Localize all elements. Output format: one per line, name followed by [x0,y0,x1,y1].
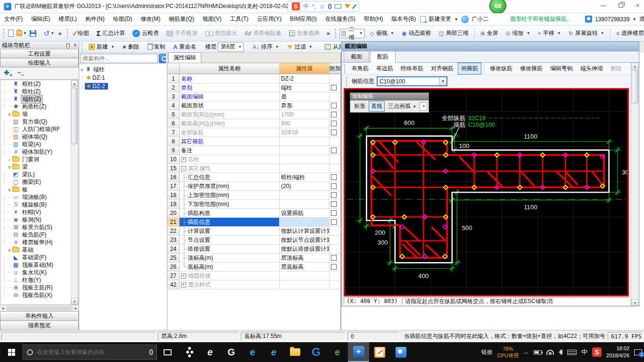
tree-horizontal-scrollbar[interactable]: ◄► [0,305,79,311]
align-slab-button[interactable]: 平齐板顶 [163,28,201,39]
temperature-float-badge[interactable]: 68 [489,0,506,14]
property-value-cell[interactable] [280,155,330,164]
attach-cell[interactable] [330,191,340,199]
property-value-cell[interactable]: 是 [280,92,330,101]
property-row-9[interactable]: 9备注 [167,146,340,155]
taskbar-app-edge[interactable]: e [242,342,263,362]
assistant-button[interactable]: 广小二 [471,15,488,23]
batch-button[interactable]: 批量选择 [286,28,323,39]
property-value-cell[interactable] [280,200,330,208]
new-file-button[interactable] [8,28,14,39]
menu-item-8[interactable]: 工具(T) [226,13,253,25]
dropdown-icon[interactable]: ▼ [422,104,427,108]
cpu-usage-widget[interactable]: 78%CPU使用 [497,346,519,359]
component-item-DZ-2[interactable]: ┊✱DZ-2 [79,82,167,90]
sidebar-item-板负筋F[interactable]: ┊┈⊟板负筋(F) [1,231,78,239]
property-value-cell[interactable]: 层顶标高 [280,254,330,262]
orbit-button[interactable]: ◉动态观察 [398,28,434,39]
start-button[interactable] [0,342,23,362]
property-name-cell[interactable]: 计算设置 [180,227,280,235]
sogou-icon[interactable]: S [292,2,300,10]
property-name-cell[interactable]: 保护层厚度(mm) [180,182,280,190]
property-row-26[interactable]: 26底标高(m)层底标高 [167,263,340,272]
tab-property-edit[interactable]: 属性编辑 [168,52,201,63]
view-mode-combobox[interactable]: 二维 ▼ [339,29,365,38]
property-name-cell[interactable]: 插筋信息 [180,218,280,226]
attach-cell[interactable] [330,227,340,235]
property-row-15[interactable]: 15-其它属性 [167,164,340,173]
rebar-info-combobox[interactable]: C10@100 ▼ [377,76,447,86]
taskbar-app-spiral[interactable]: G [221,342,242,362]
report-preview-button[interactable]: 报表预览 [0,321,79,330]
section-editor-titlebar[interactable]: 截面编辑 [342,42,639,51]
sidebar-item-剪力墙Q[interactable]: ┊┈▨剪力墙(Q) [1,118,78,125]
attach-checkbox[interactable] [331,192,337,198]
property-value-cell[interactable]: 异形 [280,101,330,110]
property-row-25[interactable]: 25顶标高(m)层顶标高 [167,254,340,263]
property-value-cell[interactable]: 暗柱/端柱 [280,173,330,181]
attach-cell[interactable] [330,83,340,92]
menu-item-5[interactable]: 修改(M) [136,13,165,25]
tool-删除[interactable]: 删除 [607,63,625,74]
sidebar-item-圈梁E[interactable]: ┊┈▢圈梁(E) [1,178,78,186]
collapse-icon[interactable]: - [181,166,186,171]
attach-cell[interactable] [330,92,340,101]
attach-checkbox[interactable] [331,174,337,180]
tool-对齐钢筋[interactable]: 对齐钢筋 [428,63,457,74]
property-value-cell[interactable]: (20) [280,182,330,190]
tool-修改纵筋[interactable]: 修改纵筋 [487,63,516,74]
sogou-tray-icon[interactable]: S [592,347,602,357]
taskbar-app-ggj-active[interactable]: + [348,342,369,362]
tool-布角筋[interactable]: 布角筋 [348,63,372,74]
volume-icon[interactable] [559,349,562,355]
copy-component-button[interactable]: 复制 [144,41,169,52]
component-item-DZ-1[interactable]: ┊✱DZ-1 [79,74,167,82]
property-value-cell[interactable]: 按默认计算设置计算 [280,227,330,235]
property-name-cell[interactable]: 备注 [180,146,280,155]
property-value-cell[interactable]: 设置插筋 [280,209,330,217]
draw-button[interactable]: 绘图 [71,28,92,39]
toolbar-handle[interactable] [82,42,83,52]
find-button[interactable]: 查找图元 [202,28,240,39]
property-name-cell[interactable]: 名称 [180,74,280,83]
project-settings-button[interactable]: 工程设置 [0,49,79,58]
select-floor-button[interactable]: ≡选择楼层 [613,28,644,39]
ime-keyboard-icon[interactable] [335,4,341,8]
restore-button[interactable] [619,3,623,8]
taskbar-app-petals[interactable] [178,342,199,362]
menu-item-12[interactable]: 帮助(H) [360,13,388,25]
collapse-all-icon[interactable]: −− [17,69,25,78]
property-name-cell[interactable]: 节点设置 [180,236,280,244]
palette-直线[interactable]: 直线 [369,101,385,112]
expand-icon[interactable]: + [181,273,186,279]
attach-checkbox[interactable] [331,85,337,90]
taskbar-search-input[interactable] [37,349,146,355]
sidebar-item-楼层板带H[interactable]: ┊┈≡楼层板带(H) [1,239,78,246]
property-row-10[interactable]: 10+芯柱 [167,155,340,164]
property-row-4[interactable]: 4截面形状异形 [167,101,340,110]
property-value-cell[interactable]: 900 [280,119,330,128]
attach-cell[interactable] [330,218,340,226]
sidebar-item-构造柱Z[interactable]: ┊┈✱构造柱(Z) [1,103,78,110]
new-component-button[interactable]: +新建▼ [85,41,118,52]
sidebar-item-梁L[interactable]: ┊┈◩梁(L) [1,171,78,178]
sidebar-item-集水坑K[interactable]: ┊┈∪集水坑(K) [1,269,78,276]
property-row-8[interactable]: 8其它箍筋 [167,137,340,146]
column-header-name[interactable]: 属性名称 [180,63,280,74]
attach-checkbox[interactable] [331,130,337,135]
open-file-button[interactable]: ▼ [16,28,27,39]
sidebar-item-人防门框墙RF[interactable]: ┊┈◫人防门框墙(RF [1,125,78,133]
taskbar-app-glodon[interactable]: G [305,342,327,362]
tab-截面[interactable]: 截面 [344,51,369,62]
toolbar-handle[interactable] [67,29,68,38]
new-change-dropdown-icon[interactable]: ▼ [454,17,458,22]
chevron-down-icon[interactable]: ∨ [7,112,12,117]
attach-cell[interactable] [330,254,340,262]
attach-cell[interactable] [330,245,340,253]
expand-icon[interactable]: + [181,157,186,162]
taskbar-app-photos[interactable] [390,342,412,362]
tool-端头伸缩[interactable]: 端头伸缩 [577,63,606,74]
property-value-cell[interactable]: 按默认节点设置计算 [280,236,330,244]
sidebar-item-砌体加筋Y[interactable]: ┊┈#砌体加筋(Y) [1,148,78,156]
taskbar-app-ie-white[interactable]: e [199,342,221,362]
